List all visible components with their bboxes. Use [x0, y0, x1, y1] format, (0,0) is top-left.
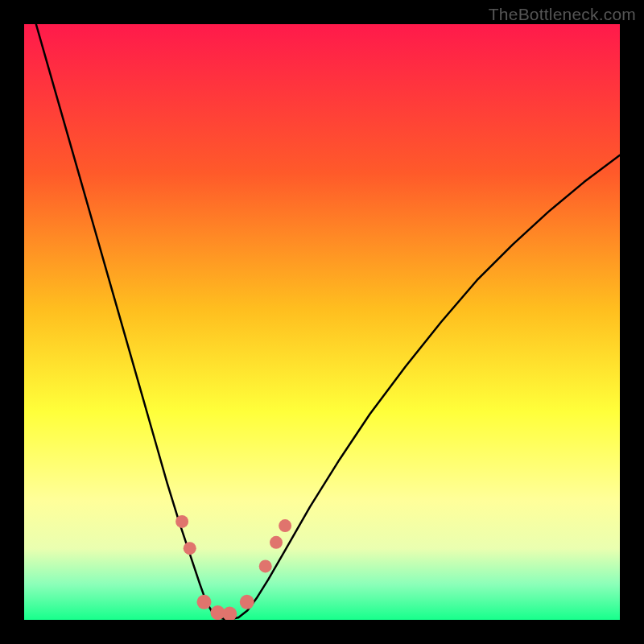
- chart-plot-area: [24, 24, 620, 620]
- marker-dot-1: [184, 542, 196, 555]
- marker-dot-6: [259, 559, 272, 572]
- watermark-text: TheBottleneck.com: [489, 5, 636, 24]
- marker-dot-5: [240, 595, 254, 609]
- marker-dot-2: [196, 595, 211, 609]
- gradient-background: [24, 24, 620, 620]
- marker-dot-7: [270, 536, 283, 549]
- chart-svg: [24, 24, 620, 620]
- chart-frame: TheBottleneck.com: [0, 0, 644, 644]
- marker-dot-0: [175, 515, 188, 528]
- marker-dot-8: [279, 519, 291, 532]
